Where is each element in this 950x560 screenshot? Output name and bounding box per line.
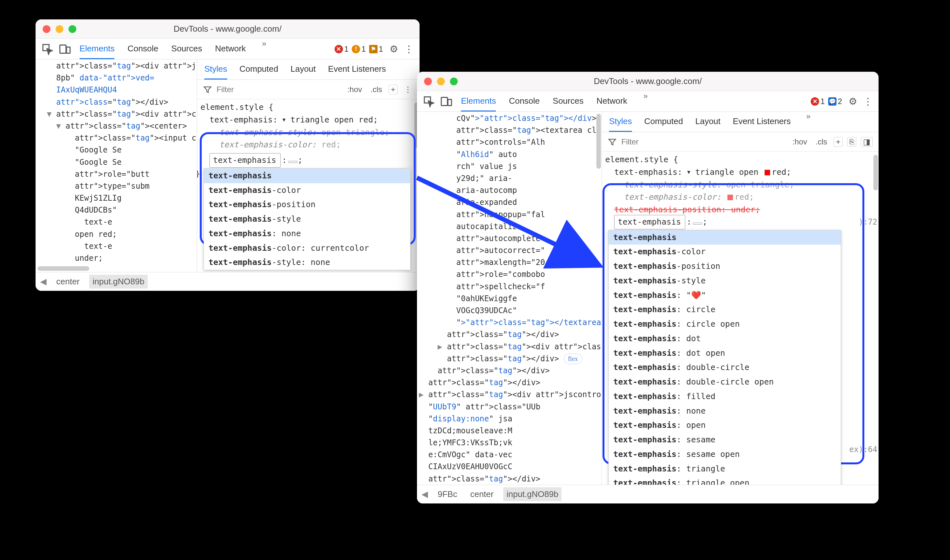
new-rule-icon[interactable]: + xyxy=(834,137,843,147)
gear-icon[interactable]: ⚙ xyxy=(848,95,857,107)
warning-badge[interactable]: !1 xyxy=(352,45,366,54)
autocomplete-item[interactable]: text-emphasis-position xyxy=(204,197,410,212)
device-icon[interactable] xyxy=(440,95,453,108)
autocomplete-item[interactable]: text-emphasis-position xyxy=(609,259,841,274)
minimize-icon[interactable] xyxy=(437,78,445,85)
scrollbar[interactable] xyxy=(873,155,878,190)
css-value-input[interactable] xyxy=(693,223,702,225)
autocomplete-item[interactable]: text-emphasis xyxy=(609,231,841,245)
breadcrumb-item[interactable]: input.gNO89b xyxy=(89,275,148,289)
color-swatch-icon[interactable] xyxy=(764,170,770,175)
info-badge[interactable]: 💬2 xyxy=(828,97,842,106)
autocomplete-item[interactable]: text-emphasis-color xyxy=(609,245,841,259)
error-badge[interactable]: ✕1 xyxy=(811,97,825,106)
breadcrumb[interactable]: ◀ center input.gNO89b xyxy=(35,272,420,291)
subtab-layout[interactable]: Layout xyxy=(291,60,316,80)
breadcrumb[interactable]: ◀ 9FBc center input.gNO89b xyxy=(417,485,879,503)
css-property[interactable]: text-emphasis: ▼ triangle open red; xyxy=(200,114,416,126)
device-icon[interactable] xyxy=(59,43,71,55)
autocomplete-item[interactable]: text-emphasis: sesame xyxy=(609,433,841,447)
more-icon[interactable]: ⋮ xyxy=(404,43,414,55)
autocomplete-item[interactable]: text-emphasis xyxy=(204,169,410,183)
autocomplete-list[interactable]: text-emphasistext-emphasis-colortext-emp… xyxy=(608,230,841,485)
autocomplete-item[interactable]: text-emphasis: open xyxy=(609,418,841,433)
css-value-input[interactable] xyxy=(288,161,298,163)
hov-toggle[interactable]: :hov xyxy=(346,85,364,94)
subtab-computed[interactable]: Computed xyxy=(240,60,278,80)
minimize-icon[interactable] xyxy=(55,25,63,33)
scrollbar[interactable] xyxy=(37,266,89,271)
subtab-styles[interactable]: Styles xyxy=(204,60,227,80)
breadcrumb-item[interactable]: center xyxy=(53,275,83,289)
cls-toggle[interactable]: .cls xyxy=(368,85,384,94)
css-property-input[interactable]: text-emphasis xyxy=(614,215,685,229)
autocomplete-item[interactable]: text-emphasis: circle open xyxy=(609,317,841,332)
subtab-computed[interactable]: Computed xyxy=(644,112,683,132)
tab-network[interactable]: Network xyxy=(215,39,246,59)
breadcrumb-item[interactable]: 9FBc xyxy=(434,487,460,501)
autocomplete-item[interactable]: text-emphasis: double-circle xyxy=(609,360,841,375)
more-icon[interactable]: ⋮ xyxy=(863,95,873,107)
hov-toggle[interactable]: :hov xyxy=(791,137,809,146)
tab-network[interactable]: Network xyxy=(596,91,627,111)
gear-icon[interactable]: ⚙ xyxy=(390,43,398,55)
autocomplete-item[interactable]: text-emphasis: circle xyxy=(609,303,841,317)
filter-input[interactable]: Filter xyxy=(621,137,786,146)
more-styles-icon[interactable]: ⋮ xyxy=(402,85,414,94)
inspect-icon[interactable] xyxy=(423,95,435,108)
issues-badge[interactable]: ⚑1 xyxy=(369,45,383,54)
autocomplete-item[interactable]: text-emphasis-color: currentcolor xyxy=(204,241,410,255)
filter-icon[interactable] xyxy=(203,85,212,94)
inspect-icon[interactable] xyxy=(42,43,54,55)
autocomplete-item[interactable]: text-emphasis-style: none xyxy=(204,255,410,270)
styles-body[interactable]: element.style { text-emphasis: ▼ triangl… xyxy=(602,152,879,485)
autocomplete-item[interactable]: text-emphasis: dot xyxy=(609,332,841,346)
subtab-styles[interactable]: Styles xyxy=(609,112,632,132)
chevron-left-icon[interactable]: ◀ xyxy=(40,277,46,287)
css-property[interactable]: text-emphasis: ▼ triangle open red; xyxy=(605,166,875,179)
zoom-icon[interactable] xyxy=(450,78,458,85)
autocomplete-item[interactable]: text-emphasis: none xyxy=(609,404,841,418)
tab-sources[interactable]: Sources xyxy=(553,91,584,111)
close-icon[interactable] xyxy=(424,78,432,85)
zoom-icon[interactable] xyxy=(69,25,76,33)
autocomplete-item[interactable]: text-emphasis: triangle open xyxy=(609,476,841,485)
rule-selector[interactable]: element.style { xyxy=(605,154,875,166)
tab-elements[interactable]: Elements xyxy=(80,39,114,59)
dom-tree[interactable]: attr">class="tag"><div attr">jsname= 8pb… xyxy=(35,60,197,272)
autocomplete-item[interactable]: text-emphasis: double-circle open xyxy=(609,375,841,389)
dom-tree[interactable]: cQv">"attr">class="tag"></div> attr">cla… xyxy=(417,112,602,485)
filter-icon[interactable] xyxy=(608,137,617,146)
filter-input[interactable]: Filter xyxy=(217,85,341,94)
cls-toggle[interactable]: .cls xyxy=(814,137,829,146)
new-rule-icon[interactable]: + xyxy=(388,85,397,94)
autocomplete-item[interactable]: text-emphasis-color xyxy=(204,183,410,198)
tab-console[interactable]: Console xyxy=(127,39,158,59)
breadcrumb-item[interactable]: center xyxy=(467,487,497,501)
chevron-left-icon[interactable]: ◀ xyxy=(422,489,428,499)
error-badge[interactable]: ✕1 xyxy=(334,45,348,54)
autocomplete-list[interactable]: text-emphasistext-emphasis-colortext-emp… xyxy=(204,168,411,270)
subtab-event-listeners[interactable]: Event Listeners xyxy=(733,112,791,132)
copy-styles-icon[interactable]: ⎘ xyxy=(847,137,856,147)
autocomplete-item[interactable]: text-emphasis: triangle xyxy=(609,462,841,476)
autocomplete-item[interactable]: text-emphasis-style xyxy=(204,212,410,226)
autocomplete-item[interactable]: text-emphasis: filled xyxy=(609,389,841,404)
subtab-event-listeners[interactable]: Event Listeners xyxy=(328,60,386,80)
tab-sources[interactable]: Sources xyxy=(171,39,202,59)
breadcrumb-item[interactable]: input.gNO89b xyxy=(503,487,562,501)
autocomplete-item[interactable]: text-emphasis: sesame open xyxy=(609,447,841,462)
subtab-layout[interactable]: Layout xyxy=(695,112,721,132)
autocomplete-item[interactable]: text-emphasis-style xyxy=(609,274,841,288)
computed-toggle-icon[interactable]: ◨ xyxy=(861,137,873,147)
subtabs-overflow-icon[interactable]: » xyxy=(806,112,810,132)
autocomplete-item[interactable]: text-emphasis: none xyxy=(204,226,410,241)
close-icon[interactable] xyxy=(43,25,51,33)
styles-body[interactable]: element.style { text-emphasis: ▼ triangl… xyxy=(197,99,420,272)
rule-selector[interactable]: element.style { xyxy=(200,101,416,114)
tabs-overflow-icon[interactable]: » xyxy=(262,39,266,59)
autocomplete-item[interactable]: text-emphasis: "❤️" xyxy=(609,288,841,303)
tab-elements[interactable]: Elements xyxy=(461,91,496,111)
css-property-input[interactable]: text-emphasis xyxy=(209,153,280,168)
tab-console[interactable]: Console xyxy=(509,91,539,111)
